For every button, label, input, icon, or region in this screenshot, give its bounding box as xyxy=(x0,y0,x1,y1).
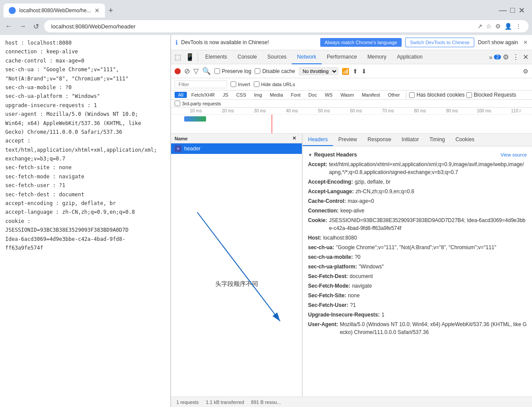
notification-text: DevTools is now available in Chinese! xyxy=(181,39,317,45)
tab-close-button[interactable]: ✕ xyxy=(94,7,100,14)
headers-tab-cookies[interactable]: Cookies xyxy=(450,134,480,146)
header-key: User-Agent: xyxy=(308,320,338,336)
has-blocked-cookies-checkbox[interactable] xyxy=(409,92,415,98)
blocked-requests-checkbox[interactable] xyxy=(466,92,472,98)
type-filter-ws[interactable]: WS xyxy=(321,92,336,98)
export-icon[interactable]: ⬇ xyxy=(361,68,367,75)
request-item[interactable]: ≡header xyxy=(171,143,302,154)
minimize-icon[interactable]: — xyxy=(499,6,507,15)
type-filter-css[interactable]: CSS xyxy=(233,92,250,98)
console-badge: 2 xyxy=(494,55,501,59)
devtools-tab-memory[interactable]: Memory xyxy=(362,50,392,64)
type-filter-manifest[interactable]: Manifest xyxy=(358,92,384,98)
headers-tab-initiator[interactable]: Initiator xyxy=(396,134,424,146)
match-language-button[interactable]: Always match Chrome's language xyxy=(320,38,402,47)
type-filter-img[interactable]: Img xyxy=(251,92,266,98)
timeline-tick: 10 ms xyxy=(180,108,212,113)
headers-tab-headers[interactable]: Headers xyxy=(303,134,333,146)
device-icon[interactable]: 📱 xyxy=(184,51,196,63)
settings-gear-icon[interactable]: ⚙ xyxy=(501,51,511,63)
type-filter-js[interactable]: JS xyxy=(219,92,232,98)
maximize-icon[interactable]: □ xyxy=(510,6,515,15)
headers-tab-preview[interactable]: Preview xyxy=(333,134,362,146)
preserve-log-checkbox[interactable] xyxy=(214,68,220,74)
switch-chinese-button[interactable]: Switch DevTools to Chinese xyxy=(405,38,474,47)
toolbar-separator xyxy=(198,53,198,62)
devtools-tab-elements[interactable]: Elements xyxy=(200,50,232,64)
type-filter-media[interactable]: Media xyxy=(266,92,287,98)
invert-checkbox[interactable] xyxy=(231,81,236,87)
header-key: Accept: xyxy=(308,160,327,176)
bookmark-icon[interactable]: ☆ xyxy=(486,23,492,30)
forward-button[interactable]: → xyxy=(18,21,28,32)
menu-icon[interactable]: ⋮ xyxy=(515,23,522,30)
timeline-tick: 90 ms xyxy=(436,108,468,113)
timeline-tick: 100 ms xyxy=(468,108,500,113)
blocked-requests-label[interactable]: Blocked Requests xyxy=(466,92,516,98)
search-icon[interactable]: 🔍 xyxy=(202,67,211,75)
more-options-icon[interactable]: ⋮ xyxy=(511,51,521,63)
third-party-label[interactable]: 3rd-party requests xyxy=(175,101,221,106)
throttle-select[interactable]: No throttling xyxy=(299,67,338,75)
stop-icon[interactable]: ⊘ xyxy=(184,67,190,75)
devtools-tab-network[interactable]: Network xyxy=(292,50,322,64)
disable-cache-label[interactable]: Disable cache xyxy=(255,68,295,74)
invert-label[interactable]: Invert xyxy=(231,81,250,87)
devtools-tab-console[interactable]: Console xyxy=(232,50,262,64)
type-filter-all[interactable]: All xyxy=(175,92,187,98)
back-button[interactable]: ← xyxy=(4,21,14,32)
headers-tab-response[interactable]: Response xyxy=(362,134,396,146)
has-blocked-cookies-label[interactable]: Has blocked cookies xyxy=(409,92,465,98)
disable-cache-checkbox[interactable] xyxy=(255,68,260,74)
request-list: Name ✕ ≡header 头字段顺序不同 xyxy=(171,134,302,397)
inspect-icon[interactable]: ⬚ xyxy=(173,51,183,63)
type-filter-wasm[interactable]: Wasm xyxy=(337,92,357,98)
webpage-line: cookie : xyxy=(5,217,165,226)
more-tabs-icon[interactable]: » xyxy=(487,52,494,63)
info-icon: ℹ xyxy=(175,39,178,46)
close-icon[interactable]: ✕ xyxy=(518,6,525,15)
status-requests: 1 requests xyxy=(176,400,199,405)
type-filter-fetch/xhr[interactable]: Fetch/XHR xyxy=(188,92,218,98)
network-settings-icon[interactable]: ⚙ xyxy=(523,68,528,75)
profile-icon[interactable]: 👤 xyxy=(504,23,512,30)
devtools-tab-sources[interactable]: Sources xyxy=(262,50,292,64)
hide-data-urls-checkbox[interactable] xyxy=(254,81,259,87)
new-tab-button[interactable]: + xyxy=(107,4,115,17)
record-button[interactable] xyxy=(175,68,181,74)
active-tab[interactable]: localhost:8080/WebDemo/he... ✕ xyxy=(4,3,105,17)
extension-icon[interactable]: ⚙ xyxy=(495,23,501,30)
filter-icon[interactable]: ▽ xyxy=(193,67,199,75)
type-filter-font[interactable]: Font xyxy=(287,92,304,98)
devtools-tab-performance[interactable]: Performance xyxy=(322,50,362,64)
request-headers-section: Request Headers View source xyxy=(308,152,527,158)
hide-data-urls-label[interactable]: Hide data URLs xyxy=(254,81,295,87)
close-devtools-icon[interactable]: ✕ xyxy=(521,51,530,63)
view-source-link[interactable]: View source xyxy=(500,152,527,157)
address-bar[interactable]: localhost:8080/WebDemo/header ↗ ☆ ⚙ 👤 ⋮ xyxy=(44,20,528,32)
type-filter-other[interactable]: Other xyxy=(384,92,403,98)
header-key: Upgrade-Insecure-Requests: xyxy=(308,311,380,319)
third-party-bar: 3rd-party requests xyxy=(171,100,532,108)
annotation-arrow-svg xyxy=(171,154,302,397)
notification-close-button[interactable]: ✕ xyxy=(523,39,528,45)
preserve-log-label[interactable]: Preserve log xyxy=(214,68,251,74)
devtools-tab-application[interactable]: Application xyxy=(392,50,428,64)
third-party-checkbox[interactable] xyxy=(175,101,180,106)
type-filter-doc[interactable]: Doc xyxy=(305,92,321,98)
share-icon[interactable]: ↗ xyxy=(477,23,483,30)
timeline-chart xyxy=(171,115,532,133)
dont-show-again-button[interactable]: Don't show again xyxy=(478,39,518,45)
headers-tab-timing[interactable]: Timing xyxy=(424,134,450,146)
request-items: ≡header xyxy=(171,143,302,154)
webpage-content: host : localhost:8080connection : keep-a… xyxy=(5,38,165,252)
import-icon[interactable]: ⬆ xyxy=(353,68,358,75)
filter-bar: Invert Hide data URLs xyxy=(171,78,532,90)
header-value: navigate xyxy=(352,282,372,290)
close-column[interactable]: ✕ xyxy=(290,136,298,141)
webpage-line: upgrade-insecure-requests : 1 xyxy=(5,101,165,110)
network-toolbar: ⊘ ▽ 🔍 Preserve log Disable cache No thro… xyxy=(171,64,532,78)
header-row: sec-ch-ua:"Google Chrome";v="111", "Not(… xyxy=(308,244,527,251)
refresh-button[interactable]: ↺ xyxy=(32,21,41,32)
filter-input[interactable] xyxy=(175,80,227,88)
